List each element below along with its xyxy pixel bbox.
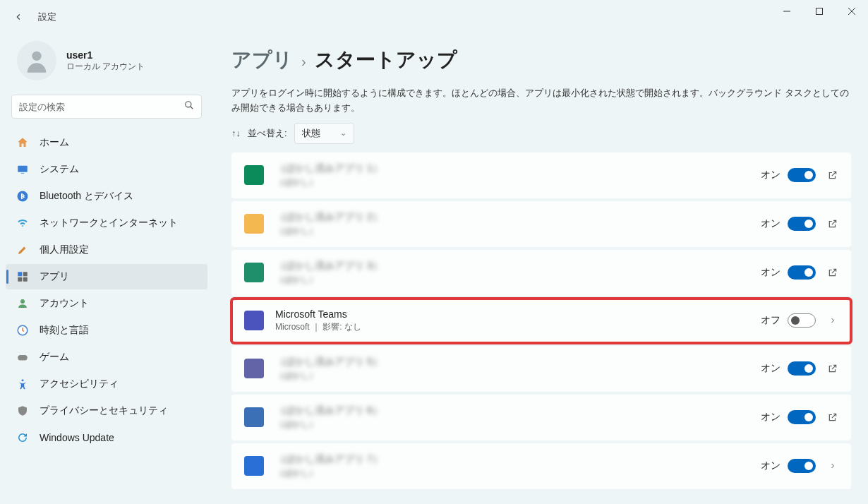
nav-item-label: アクセシビリティ xyxy=(40,378,119,390)
app-name: （ぼかし済みアプリ 6） xyxy=(275,404,761,417)
nav-item-network[interactable]: ネットワークとインターネット xyxy=(6,210,207,236)
app-name: Microsoft Teams xyxy=(275,308,761,320)
app-icon xyxy=(244,311,264,330)
close-button[interactable] xyxy=(836,0,868,23)
page-description: アプリをログイン時に開始するように構成できます。ほとんどの場合、アプリは最小化さ… xyxy=(231,86,851,116)
nav-item-time[interactable]: 時刻と言語 xyxy=(6,318,207,343)
app-row[interactable]: （ぼかし済みアプリ 2）（ぼかし）オン xyxy=(231,201,851,247)
nav-item-label: Bluetooth とデバイス xyxy=(40,190,133,203)
breadcrumb: アプリ › スタートアップ xyxy=(231,42,851,73)
account-icon xyxy=(16,296,30,311)
svg-point-14 xyxy=(20,299,25,304)
svg-rect-10 xyxy=(18,272,22,276)
toggle-state-label: オフ xyxy=(761,314,780,327)
content: アプリ › スタートアップ アプリをログイン時に開始するように構成できます。ほと… xyxy=(212,34,868,504)
accessibility-icon xyxy=(16,377,30,391)
nav-item-label: ホーム xyxy=(40,136,69,149)
svg-rect-16 xyxy=(18,355,28,361)
toggle-state-label: オン xyxy=(761,362,780,375)
sort-icon: ↑↓ xyxy=(231,128,241,138)
breadcrumb-parent[interactable]: アプリ xyxy=(231,47,293,73)
sort-select[interactable]: 状態 ⌄ xyxy=(294,123,354,144)
nav-item-home[interactable]: ホーム xyxy=(6,130,207,155)
svg-rect-8 xyxy=(21,173,25,174)
chevron-right-icon[interactable] xyxy=(827,460,838,472)
startup-toggle[interactable] xyxy=(788,217,816,231)
window-title: 設定 xyxy=(38,11,56,23)
nav-item-label: 時刻と言語 xyxy=(40,324,89,337)
startup-toggle[interactable] xyxy=(788,410,816,424)
search-box[interactable] xyxy=(11,95,202,119)
nav-item-update[interactable]: Windows Update xyxy=(6,425,207,450)
app-name: （ぼかし済みアプリ 7） xyxy=(275,453,761,466)
system-icon xyxy=(16,162,30,176)
privacy-icon xyxy=(16,404,30,418)
external-link-icon[interactable] xyxy=(827,412,838,423)
app-row[interactable]: （ぼかし済みアプリ 7）（ぼかし）オン xyxy=(231,443,851,489)
chevron-right-icon: › xyxy=(301,54,306,70)
sort-value: 状態 xyxy=(302,127,320,140)
svg-point-17 xyxy=(22,379,24,381)
app-subtitle: （ぼかし） xyxy=(275,274,761,286)
user-name: user1 xyxy=(66,49,145,61)
startup-toggle[interactable] xyxy=(788,459,816,473)
maximize-button[interactable] xyxy=(803,0,836,23)
svg-rect-12 xyxy=(18,277,22,282)
home-icon xyxy=(16,136,30,150)
user-subtitle: ローカル アカウント xyxy=(66,61,145,73)
svg-rect-13 xyxy=(23,277,28,282)
toggle-state-label: オン xyxy=(761,169,780,181)
app-icon xyxy=(244,456,264,476)
personalize-icon xyxy=(16,243,30,257)
chevron-right-icon[interactable] xyxy=(827,315,838,326)
external-link-icon[interactable] xyxy=(827,218,838,229)
app-row[interactable]: （ぼかし済みアプリ 1）（ぼかし）オン xyxy=(231,152,851,198)
avatar-icon xyxy=(17,41,56,80)
nav-item-bluetooth[interactable]: Bluetooth とデバイス xyxy=(6,184,207,209)
toggle-state-label: オン xyxy=(761,411,780,424)
search-input[interactable] xyxy=(19,102,184,112)
svg-point-4 xyxy=(32,52,41,61)
svg-rect-7 xyxy=(18,166,28,172)
startup-toggle[interactable] xyxy=(788,361,816,376)
nav-item-system[interactable]: システム xyxy=(6,157,207,182)
svg-rect-11 xyxy=(23,272,28,276)
nav-item-label: アカウント xyxy=(40,297,89,310)
chevron-down-icon: ⌄ xyxy=(340,128,346,138)
nav-item-account[interactable]: アカウント xyxy=(6,291,207,316)
nav-item-gaming[interactable]: ゲーム xyxy=(6,344,207,370)
app-row[interactable]: （ぼかし済みアプリ 3）（ぼかし）オン xyxy=(231,250,851,296)
update-icon xyxy=(16,431,30,445)
app-name: （ぼかし済みアプリ 5） xyxy=(275,356,761,368)
bluetooth-icon xyxy=(16,189,30,203)
nav-item-personalize[interactable]: 個人用設定 xyxy=(6,237,207,263)
nav-item-label: Windows Update xyxy=(40,432,114,443)
nav-item-label: 個人用設定 xyxy=(40,244,89,256)
app-subtitle: （ぼかし） xyxy=(275,176,761,188)
external-link-icon[interactable] xyxy=(827,363,838,374)
page-title: スタートアップ xyxy=(315,47,457,73)
app-subtitle: （ぼかし） xyxy=(275,467,761,479)
app-row[interactable]: Microsoft TeamsMicrosoft ｜ 影響: なしオフ xyxy=(231,299,851,343)
external-link-icon[interactable] xyxy=(827,267,838,278)
app-list: （ぼかし済みアプリ 1）（ぼかし）オン（ぼかし済みアプリ 2）（ぼかし）オン（ぼ… xyxy=(231,152,851,489)
user-block[interactable]: user1 ローカル アカウント xyxy=(1,37,212,92)
nav-item-apps[interactable]: アプリ xyxy=(6,264,207,289)
app-row[interactable]: （ぼかし済みアプリ 5）（ぼかし）オン xyxy=(231,346,851,392)
external-link-icon[interactable] xyxy=(827,169,838,181)
minimize-button[interactable] xyxy=(771,0,803,23)
svg-rect-1 xyxy=(816,8,823,15)
toggle-state-label: オン xyxy=(761,217,780,230)
startup-toggle[interactable] xyxy=(788,168,816,182)
nav-item-privacy[interactable]: プライバシーとセキュリティ xyxy=(6,398,207,424)
sort-row: ↑↓ 並べ替え: 状態 ⌄ xyxy=(231,123,851,144)
app-icon xyxy=(244,359,264,378)
back-button[interactable] xyxy=(13,11,24,23)
nav-item-label: プライバシーとセキュリティ xyxy=(40,404,168,417)
startup-toggle[interactable] xyxy=(788,313,816,328)
startup-toggle[interactable] xyxy=(788,265,816,280)
app-row[interactable]: （ぼかし済みアプリ 6）（ぼかし）オン xyxy=(231,395,851,440)
toggle-state-label: オン xyxy=(761,460,780,472)
search-icon xyxy=(184,100,194,113)
nav-item-accessibility[interactable]: アクセシビリティ xyxy=(6,371,207,397)
